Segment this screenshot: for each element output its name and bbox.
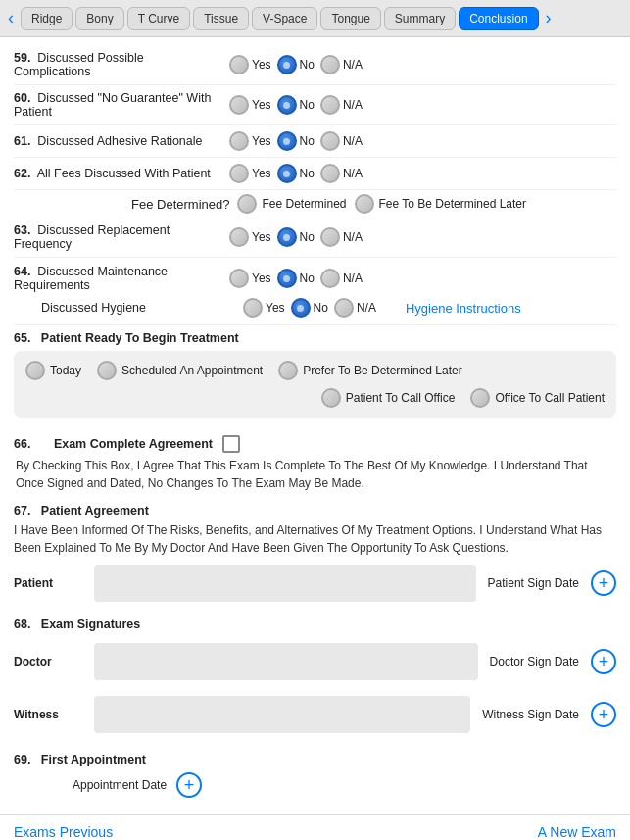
question-65-label: Patient Ready To Begin Treatment bbox=[41, 331, 239, 345]
q61-no-option[interactable]: No bbox=[277, 131, 315, 151]
q61-na-radio[interactable] bbox=[320, 131, 340, 151]
q59-yes-option[interactable]: Yes bbox=[229, 55, 271, 74]
tab-ridge[interactable]: Ridge bbox=[21, 7, 73, 30]
q65-patient-call-option[interactable]: Patient To Call Office bbox=[321, 388, 456, 408]
question-64-row: 64. Discussed Maintenance Requirements Y… bbox=[14, 258, 616, 325]
q61-yes-radio[interactable] bbox=[229, 131, 249, 151]
q64-sub-na-option[interactable]: N/A bbox=[334, 298, 376, 318]
q60-no-radio[interactable] bbox=[277, 95, 297, 115]
q61-no-radio[interactable] bbox=[277, 131, 297, 151]
q62-no-radio[interactable] bbox=[277, 164, 297, 183]
q59-na-option[interactable]: N/A bbox=[320, 55, 363, 74]
q64-no-radio[interactable] bbox=[277, 269, 297, 288]
q60-yes-option[interactable]: Yes bbox=[229, 95, 271, 115]
q64-sub-yes-option[interactable]: Yes bbox=[243, 298, 285, 318]
q61-na-option[interactable]: N/A bbox=[320, 131, 363, 151]
q63-yes-radio[interactable] bbox=[229, 227, 249, 247]
q61-yes-option[interactable]: Yes bbox=[229, 131, 271, 151]
q65-row1: Today Scheduled An Appointment Prefer To… bbox=[25, 361, 605, 380]
q64-yes-option[interactable]: Yes bbox=[229, 269, 271, 288]
patient-sign-date-add-btn[interactable]: + bbox=[591, 570, 616, 596]
q64-na-label: N/A bbox=[343, 272, 363, 285]
tab-summary[interactable]: Summary bbox=[384, 7, 456, 30]
q64-na-option[interactable]: N/A bbox=[320, 269, 363, 288]
q60-no-option[interactable]: No bbox=[277, 95, 315, 115]
question-60-text: Discussed "No Guarantee" With Patient bbox=[14, 91, 211, 119]
q65-prefer-later-option[interactable]: Prefer To Be Determined Later bbox=[278, 361, 462, 380]
question-60-label: 60. Discussed "No Guarantee" With Patien… bbox=[14, 91, 229, 119]
q65-office-call-radio[interactable] bbox=[470, 388, 490, 408]
q64-sub-yes-radio[interactable] bbox=[243, 298, 263, 318]
q62-no-option[interactable]: No bbox=[277, 164, 315, 183]
tab-tongue[interactable]: Tongue bbox=[320, 7, 380, 30]
q62-na-radio[interactable] bbox=[320, 164, 340, 183]
question-59-num: 59. bbox=[14, 51, 30, 65]
tab-vspace[interactable]: V-Space bbox=[252, 7, 317, 30]
q64-sub-no-option[interactable]: No bbox=[291, 298, 328, 318]
q63-no-radio[interactable] bbox=[277, 227, 297, 247]
q65-today-radio[interactable] bbox=[25, 361, 45, 380]
tab-bar: ‹ Ridge Bony T Curve Tissue V-Space Tong… bbox=[0, 0, 630, 37]
tab-conclusion[interactable]: Conclusion bbox=[459, 7, 538, 30]
patient-sig-box[interactable] bbox=[94, 565, 476, 602]
q65-scheduled-radio[interactable] bbox=[97, 361, 117, 380]
fee-later-text: Fee To Be Determined Later bbox=[379, 197, 527, 211]
fee-option-1[interactable]: Fee Determined bbox=[237, 194, 346, 214]
question-59-row: 59. Discussed Possible Complications Yes… bbox=[14, 45, 616, 85]
q59-no-radio[interactable] bbox=[277, 55, 297, 74]
q64-sub-na-radio[interactable] bbox=[334, 298, 354, 318]
q65-scheduled-label: Scheduled An Appointment bbox=[121, 364, 263, 377]
q60-na-radio[interactable] bbox=[320, 95, 340, 115]
witness-sig-box[interactable] bbox=[94, 696, 470, 733]
q65-prefer-later-radio[interactable] bbox=[278, 361, 298, 380]
appointment-date-label: Appointment Date bbox=[73, 778, 167, 792]
q59-na-radio[interactable] bbox=[320, 55, 340, 74]
tab-next-btn[interactable]: › bbox=[542, 8, 556, 28]
q64-na-radio[interactable] bbox=[320, 269, 340, 288]
q59-no-option[interactable]: No bbox=[277, 55, 315, 74]
question-66-text: By Checking This Box, I Agree That This … bbox=[14, 457, 616, 492]
q64-sub-text: Discussed Hygiene bbox=[41, 301, 146, 315]
q64-sub-no-radio[interactable] bbox=[291, 298, 311, 318]
q64-no-option[interactable]: No bbox=[277, 269, 315, 288]
exam-complete-checkbox[interactable] bbox=[222, 435, 240, 453]
q65-office-call-option[interactable]: Office To Call Patient bbox=[470, 388, 605, 408]
tab-prev-btn[interactable]: ‹ bbox=[4, 8, 18, 28]
q63-yes-option[interactable]: Yes bbox=[229, 227, 271, 247]
q63-no-option[interactable]: No bbox=[277, 227, 315, 247]
question-62-row: 62. All Fees Discussed With Patient Yes … bbox=[14, 158, 616, 190]
tab-bony[interactable]: Bony bbox=[75, 7, 123, 30]
q64-yes-radio[interactable] bbox=[229, 269, 249, 288]
q64-sub-na-label: N/A bbox=[357, 301, 376, 315]
q65-patient-call-radio[interactable] bbox=[321, 388, 341, 408]
q60-yes-label: Yes bbox=[252, 98, 271, 112]
q62-yes-option[interactable]: Yes bbox=[229, 164, 271, 183]
question-61-text: Discussed Adhesive Rationale bbox=[37, 134, 202, 148]
q65-today-option[interactable]: Today bbox=[25, 361, 81, 380]
tab-tissue[interactable]: Tissue bbox=[193, 7, 249, 30]
witness-sig-label: Witness bbox=[14, 708, 82, 721]
q59-yes-radio[interactable] bbox=[229, 55, 249, 74]
exams-previous-link[interactable]: Exams Previous bbox=[14, 824, 113, 840]
q65-scheduled-option[interactable]: Scheduled An Appointment bbox=[97, 361, 263, 380]
question-60-radio-group: Yes No N/A bbox=[229, 95, 363, 115]
new-exam-link[interactable]: A New Exam bbox=[538, 824, 616, 840]
hygiene-instructions-link[interactable]: Hygiene Instructions bbox=[406, 301, 521, 316]
q62-na-option[interactable]: N/A bbox=[320, 164, 363, 183]
q62-yes-radio[interactable] bbox=[229, 164, 249, 183]
question-62-label: 62. All Fees Discussed With Patient bbox=[14, 167, 229, 180]
doctor-sign-date-add-btn[interactable]: + bbox=[591, 649, 616, 674]
doctor-sig-box[interactable] bbox=[94, 643, 478, 680]
fee-determined-radio[interactable] bbox=[237, 194, 257, 214]
q60-yes-radio[interactable] bbox=[229, 95, 249, 115]
tab-tcurve[interactable]: T Curve bbox=[127, 7, 190, 30]
witness-sign-date-add-btn[interactable]: + bbox=[591, 702, 616, 727]
fee-option-2[interactable]: Fee To Be Determined Later bbox=[355, 194, 527, 214]
fee-later-radio[interactable] bbox=[355, 194, 374, 214]
q60-na-option[interactable]: N/A bbox=[320, 95, 363, 115]
q63-na-option[interactable]: N/A bbox=[320, 227, 363, 247]
question-66-label: Exam Complete Agreement bbox=[54, 437, 213, 451]
appointment-date-add-btn[interactable]: + bbox=[176, 772, 202, 798]
q63-na-radio[interactable] bbox=[320, 227, 340, 247]
question-66-num: 66. bbox=[14, 437, 30, 451]
